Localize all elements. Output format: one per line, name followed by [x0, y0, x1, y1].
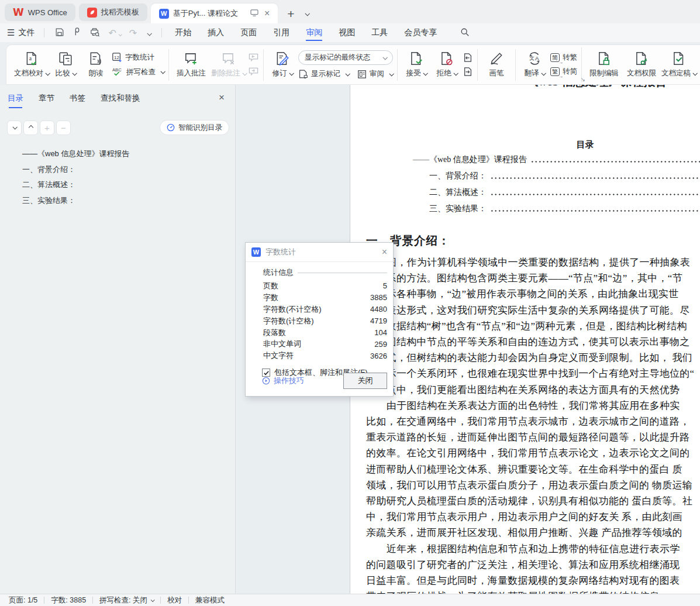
sidebar-tab-contents[interactable]: 目录	[8, 93, 23, 108]
sidebar-tab-find-replace[interactable]: 查找和替换	[101, 93, 140, 108]
next-comment-icon[interactable]	[248, 67, 259, 77]
menu-home[interactable]: 开始	[167, 23, 199, 42]
divider	[168, 49, 169, 81]
finalize-document-label: 文档定稿	[661, 68, 691, 78]
spell-check-status[interactable]: 拼写检查: 关闭	[99, 595, 147, 605]
pen-button[interactable]: 画笔	[482, 47, 511, 83]
ribbon-group-protect: 限制编辑 文档权限 文档定稿	[586, 47, 697, 83]
read-aloud-button[interactable]: 朗读	[81, 47, 111, 83]
tab-current-document[interactable]: W 基于Pyt... 课程论文 ×	[151, 4, 278, 23]
menu-view[interactable]: 视图	[330, 23, 363, 42]
insert-comment-button[interactable]: 插入批注	[173, 47, 209, 83]
to-traditional-button[interactable]: 简 转繁	[550, 53, 577, 63]
menu-tools[interactable]: 工具	[363, 23, 396, 42]
print-preview-icon[interactable]	[90, 27, 100, 39]
tab-label: 基于Pyt... 课程论文	[173, 8, 238, 19]
finalize-document-button[interactable]: 文档定稿	[661, 47, 697, 83]
toc-next-button[interactable]	[7, 120, 22, 135]
proofing-button[interactable]: 校对	[167, 595, 182, 605]
close-dialog-icon[interactable]: ×	[382, 247, 387, 257]
toc-collapse-button[interactable]: −	[56, 120, 71, 135]
tab-docer-templates[interactable]: 找稻壳模板	[79, 4, 147, 21]
menu-member[interactable]: 会员专享	[396, 23, 445, 42]
proofread-button[interactable]: a 文档校对	[13, 47, 50, 83]
document-page[interactable]: ——《web 信息处理》课程报告 目录 ——《web 信息处理》课程报告 一、背…	[350, 85, 700, 594]
tab-list-chevron-icon[interactable]	[303, 9, 309, 18]
toc-previous-button[interactable]	[23, 120, 38, 135]
toc-entry[interactable]: 二、算法概述：	[350, 183, 700, 199]
to-simplified-label: 转简	[563, 67, 577, 77]
close-button[interactable]: 关闭	[343, 373, 387, 389]
toc-item[interactable]: 二、算法概述：	[22, 177, 230, 193]
spell-check-button[interactable]: ABC 拼写检查	[112, 67, 164, 77]
dialog-title: 字数统计	[265, 247, 296, 257]
chevron-down-icon	[72, 71, 77, 75]
document-body-text: 图，作为计算机科学领域中一类重要的数据结构，提供了一种抽象表 间关系的方法。图结…	[366, 254, 700, 594]
smart-toc-button[interactable]: 智能识别目录	[160, 120, 229, 135]
stat-row: 字符数(不计空格)4480	[263, 304, 387, 315]
previous-comment-icon[interactable]	[248, 53, 259, 63]
reject-change-button[interactable]: 拒绝	[432, 47, 461, 83]
track-changes-button[interactable]: 修订	[268, 47, 297, 83]
translate-button[interactable]: A文 翻译	[520, 47, 549, 83]
toc-entry[interactable]: 三、实验结果：	[350, 199, 700, 216]
menu-file[interactable]: 文件	[18, 27, 35, 38]
search-icon[interactable]	[460, 27, 470, 39]
menu-review[interactable]: 审阅	[298, 23, 330, 42]
previous-change-icon[interactable]	[463, 53, 473, 63]
word-count-indicator[interactable]: 字数: 3885	[51, 595, 86, 605]
svg-text:A: A	[535, 55, 539, 61]
ribbon-group-accept-reject: 接受 拒绝	[402, 47, 473, 83]
divider	[188, 597, 189, 604]
to-simplified-button[interactable]: 繁 转简	[550, 67, 577, 77]
restrict-editing-button[interactable]: 限制编辑	[586, 47, 622, 83]
undo-icon[interactable]: ↶	[108, 27, 120, 39]
markup-state-dropdown[interactable]: 显示标记的最终状态	[298, 50, 393, 65]
toc-entry[interactable]: 一、背景介绍：	[350, 167, 700, 183]
svg-text:ABC: ABC	[112, 67, 122, 73]
menu-page[interactable]: 页面	[232, 23, 265, 42]
ribbon-group-translate: A文 翻译 简 转繁 繁 转简	[520, 47, 577, 83]
writer-document-icon: W	[251, 247, 261, 257]
toc-item[interactable]: 三、实验结果：	[22, 193, 230, 209]
tips-link[interactable]: 操作技巧	[262, 376, 304, 386]
dialog-title-bar[interactable]: W 字数统计 ×	[246, 243, 393, 262]
sidebar-tab-bookmarks[interactable]: 书签	[70, 93, 85, 108]
toc-item[interactable]: 一、背景介绍：	[22, 162, 230, 178]
close-tab-icon[interactable]: ×	[264, 8, 270, 19]
compatibility-mode-badge[interactable]: 兼容模式	[195, 595, 225, 605]
new-tab-button[interactable]: +	[287, 8, 294, 20]
split-screen-icon[interactable]	[250, 9, 258, 18]
compare-label: 比较	[56, 68, 70, 78]
dot-leader	[490, 174, 700, 179]
close-sidebar-icon[interactable]: ×	[219, 92, 225, 104]
next-change-icon[interactable]	[463, 67, 473, 77]
show-markup-button[interactable]: 显示标记	[298, 69, 349, 79]
tab-wps-home[interactable]: W WPS Office	[5, 4, 75, 21]
compare-button[interactable]: 比较	[51, 47, 80, 83]
hamburger-menu-icon[interactable]: ☰	[7, 27, 15, 38]
save-icon[interactable]	[55, 27, 64, 39]
export-pdf-icon[interactable]	[73, 27, 82, 39]
chevron-down-icon[interactable]	[151, 598, 155, 602]
menu-insert[interactable]: 插入	[199, 23, 232, 42]
status-bar: 页面: 1/5 字数: 3885 拼写检查: 关闭 校对 兼容模式	[0, 594, 700, 606]
document-permission-button[interactable]: 文档权限	[623, 47, 660, 83]
quick-access-chevron-icon[interactable]	[145, 28, 151, 37]
review-pane-button[interactable]: 审阅	[357, 69, 393, 79]
delete-comment-button[interactable]: 删除批注	[211, 47, 247, 83]
toc-entry[interactable]: ——《web 信息处理》课程报告	[350, 150, 700, 167]
track-changes-label: 修订	[273, 68, 287, 78]
redo-icon[interactable]: ↷	[129, 27, 137, 39]
word-count-button[interactable]: 12 字数统计	[112, 52, 164, 63]
ribbon: a 文档校对 比较 朗读 12 字数统计 ABC 拼写检查 插入批注	[0, 42, 700, 85]
toc-expand-button[interactable]: +	[40, 120, 54, 135]
divider	[44, 597, 44, 604]
toc-heading: 目录	[350, 139, 700, 150]
menu-reference[interactable]: 引用	[265, 23, 298, 42]
sidebar-tab-chapters[interactable]: 章节	[39, 93, 54, 108]
group-expander-icon[interactable]: ↘	[581, 76, 585, 82]
accept-change-button[interactable]: 接受	[402, 47, 431, 83]
toc-item[interactable]: ——《web 信息处理》课程报告	[22, 146, 230, 162]
chevron-down-icon	[160, 69, 165, 74]
